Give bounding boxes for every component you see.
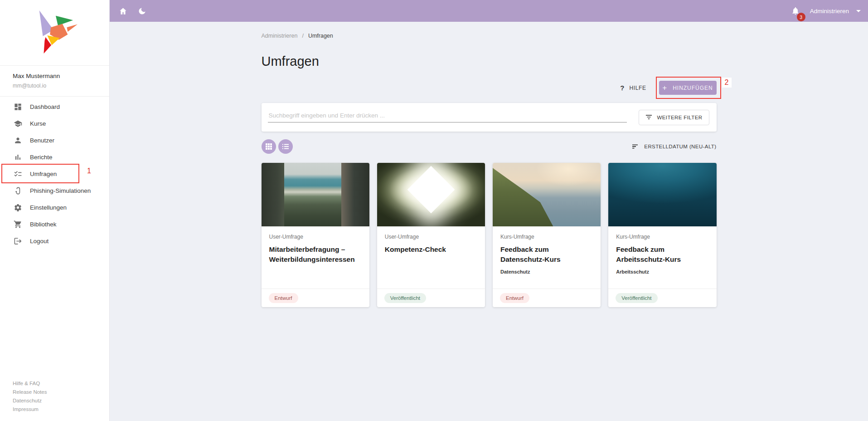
account-menu-label[interactable]: Administrieren [810, 8, 849, 15]
card-title: Feedback zum Datenschutz-Kurs [500, 245, 593, 265]
sidebar-item-label: Phishing-Simulationen [30, 187, 91, 194]
status-badge: Entwurf [500, 293, 529, 303]
card-footer: Veröffentlicht [377, 289, 485, 307]
survey-card[interactable]: Kurs-Umfrage Feedback zum Datenschutz-Ku… [493, 163, 601, 307]
sidebar-item-logout[interactable]: Logout [0, 233, 109, 250]
notification-count-badge: 3 [797, 13, 805, 21]
breadcrumb-current: Umfragen [308, 33, 333, 39]
sort-icon [631, 143, 639, 150]
card-image-courtyard-sky [377, 163, 485, 226]
card-tag: Arbeitsschutz [616, 269, 708, 274]
card-tag: Datenschutz [500, 269, 593, 274]
survey-card[interactable]: Kurs-Umfrage Feedback zum Arbeitsschutz-… [608, 163, 716, 307]
breadcrumb-separator: / [302, 33, 303, 39]
sidebar: Max Mustermann mm@tutool.io Dashboard Ku… [0, 0, 110, 421]
dashboard-icon [14, 103, 22, 111]
main-content: Administrieren / Umfragen Umfragen ? HIL… [110, 22, 868, 421]
sidebar-item-berichte[interactable]: Berichte [0, 149, 109, 166]
annotation-number-step2: 2 [722, 78, 732, 88]
card-footer: Entwurf [262, 289, 369, 307]
help-button[interactable]: ? HILFE [620, 84, 646, 92]
sidebar-item-label: Einstellungen [30, 204, 67, 211]
app-logo[interactable] [0, 0, 109, 66]
gear-icon [14, 203, 22, 212]
hummingbird-logo-icon [29, 10, 80, 55]
breadcrumb: Administrieren / Umfragen [262, 33, 717, 39]
sidebar-item-einstellungen[interactable]: Einstellungen [0, 199, 109, 216]
user-email: mm@tutool.io [13, 83, 97, 89]
card-category: Kurs-Umfrage [500, 234, 593, 240]
help-icon: ? [620, 84, 624, 92]
search-input[interactable] [268, 112, 627, 122]
view-sort-toolbar: ERSTELLDATUM (NEU-ALT) [262, 139, 717, 154]
more-filters-button[interactable]: WEITERE FILTER [639, 110, 709, 125]
sidebar-item-kurse[interactable]: Kurse [0, 115, 109, 132]
sidebar-item-label: Benutzer [30, 137, 54, 144]
person-icon [14, 136, 22, 145]
topbar-right: 3 Administrieren [791, 6, 861, 15]
sidebar-item-phishing-simulationen[interactable]: Phishing-Simulationen [0, 182, 109, 199]
card-image-underwater-blue [608, 163, 716, 226]
card-category: User-Umfrage [385, 234, 477, 240]
home-button[interactable] [115, 3, 131, 19]
sort-control[interactable]: ERSTELLDATUM (NEU-ALT) [631, 143, 716, 150]
grid-view-button[interactable] [262, 139, 276, 154]
sidebar-item-benutzer[interactable]: Benutzer [0, 132, 109, 149]
footer-link-hilfe-faq[interactable]: Hilfe & FAQ [13, 379, 47, 388]
sidebar-item-bibliothek[interactable]: Bibliothek [0, 216, 109, 233]
shopping-cart-icon [14, 220, 22, 229]
list-view-icon [282, 143, 289, 150]
checklist-icon [14, 170, 22, 178]
add-survey-label: HINZUFÜGEN [673, 85, 713, 91]
chevron-down-icon[interactable] [856, 10, 861, 12]
moon-icon [138, 7, 146, 15]
add-survey-button[interactable]: + HINZUFÜGEN [659, 81, 717, 95]
breadcrumb-parent[interactable]: Administrieren [262, 33, 298, 39]
user-name: Max Mustermann [13, 73, 97, 79]
list-view-button[interactable] [278, 139, 293, 154]
card-footer: Veröffentlicht [608, 289, 716, 307]
sidebar-item-label: Logout [30, 238, 48, 245]
dark-mode-button[interactable] [134, 3, 150, 19]
sidebar-item-label: Kurse [30, 120, 46, 127]
logout-icon [14, 237, 22, 245]
card-image-coastal-cliffs [493, 163, 601, 226]
footer-link-impressum[interactable]: Impressum [13, 405, 47, 414]
sidebar-footer: Hilfe & FAQ Release Notes Datenschutz Im… [13, 379, 47, 414]
card-body: Kurs-Umfrage Feedback zum Arbeitsschutz-… [608, 226, 716, 289]
sidebar-menu: Dashboard Kurse Benutzer Berichte Umfrag… [0, 97, 109, 250]
card-category: User-Umfrage [269, 234, 362, 240]
graduation-cap-icon [14, 119, 22, 128]
sort-label: ERSTELLDATUM (NEU-ALT) [644, 144, 716, 149]
card-image-city-towers-sea [262, 163, 369, 226]
page-title: Umfragen [262, 53, 717, 70]
sidebar-item-label: Umfragen [30, 171, 57, 177]
sidebar-item-umfragen[interactable]: Umfragen [0, 166, 109, 182]
status-badge: Veröffentlicht [384, 293, 426, 303]
card-body: User-Umfrage Kompetenz-Check [377, 226, 485, 289]
sidebar-item-label: Dashboard [30, 103, 60, 110]
help-label: HILFE [629, 85, 646, 91]
user-block: Max Mustermann mm@tutool.io [0, 66, 109, 97]
card-footer: Entwurf [493, 289, 601, 307]
home-icon [119, 7, 127, 15]
grid-view-icon [266, 143, 272, 150]
topbar: 3 Administrieren [110, 0, 868, 22]
card-category: Kurs-Umfrage [616, 234, 708, 240]
footer-link-release-notes[interactable]: Release Notes [13, 388, 47, 397]
survey-card[interactable]: User-Umfrage Mitarbeiterbefragung – Weit… [262, 163, 369, 307]
notifications-button[interactable]: 3 [791, 6, 800, 15]
survey-card-grid: User-Umfrage Mitarbeiterbefragung – Weit… [262, 163, 717, 307]
footer-link-datenschutz[interactable]: Datenschutz [13, 397, 47, 405]
more-filters-label: WEITERE FILTER [657, 115, 703, 120]
sidebar-item-dashboard[interactable]: Dashboard [0, 98, 109, 115]
status-badge: Veröffentlicht [616, 293, 657, 303]
plus-icon: + [662, 84, 667, 92]
bar-chart-icon [14, 153, 22, 162]
fish-hook-icon [14, 186, 22, 195]
survey-card[interactable]: User-Umfrage Kompetenz-Check Veröffentli… [377, 163, 485, 307]
card-title: Mitarbeiterbefragung – Weiterbildungsint… [269, 245, 362, 265]
card-body: Kurs-Umfrage Feedback zum Datenschutz-Ku… [493, 226, 601, 289]
status-badge: Entwurf [269, 293, 298, 303]
card-body: User-Umfrage Mitarbeiterbefragung – Weit… [262, 226, 369, 289]
